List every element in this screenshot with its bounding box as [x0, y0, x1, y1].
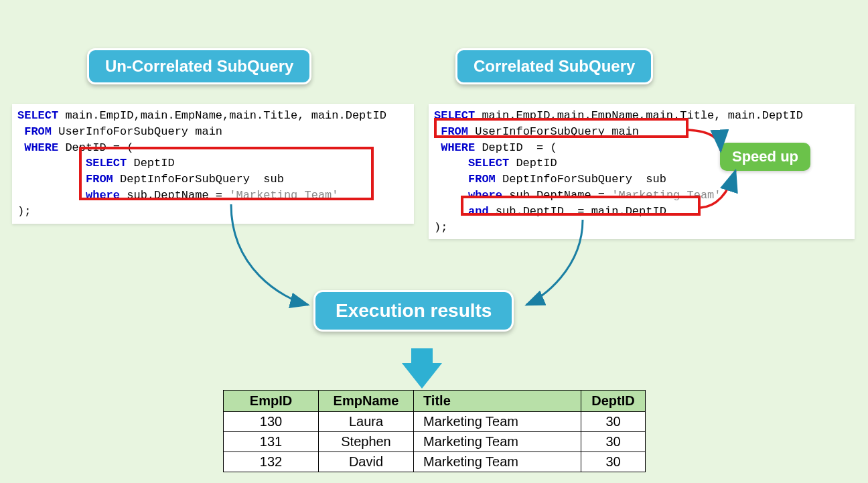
th-empid: EmpID — [224, 391, 319, 412]
results-table: EmpID EmpName Title DeptID 130 Laura Mar… — [223, 390, 646, 472]
th-empname: EmpName — [319, 391, 414, 412]
correlated-title-badge: Correlated SubQuery — [455, 48, 653, 84]
table-row: 131 Stephen Marketing Team 30 — [224, 432, 646, 452]
speedup-badge: Speed up — [720, 143, 810, 171]
down-arrow-icon — [402, 363, 442, 389]
th-title: Title — [414, 391, 581, 412]
correlated-code-panel: SELECT main.EmpID,main.EmpName,main.Titl… — [429, 104, 855, 239]
table-header-row: EmpID EmpName Title DeptID — [224, 391, 646, 412]
table-row: 130 Laura Marketing Team 30 — [224, 412, 646, 432]
table-row: 132 David Marketing Team 30 — [224, 452, 646, 472]
execution-results-badge: Execution results — [313, 290, 514, 332]
uncorrelated-title-badge: Un-Correlated SubQuery — [87, 48, 311, 84]
th-deptid: DeptID — [581, 391, 646, 412]
uncorrelated-code-panel: SELECT main.EmpID,main.EmpName,main.Titl… — [12, 104, 414, 224]
